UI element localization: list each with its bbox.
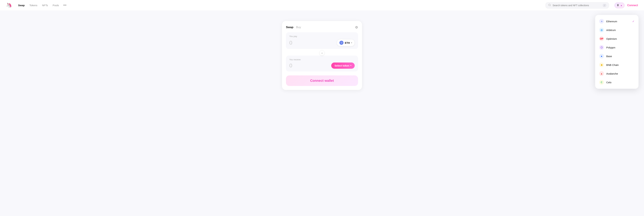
ethereum-name: Ethereum (606, 20, 630, 23)
connect-button[interactable]: Connect (626, 2, 639, 8)
navbar: 🦄 Swap Tokens NFTs Pools ••• / 🎙 ▲ Conne… (0, 0, 644, 11)
swap-arrow-icon: ↓ (321, 51, 323, 54)
network-list: ⟡Ethereum✓◎ArbitrumOPOptimism⬡Polygon●Ba… (596, 17, 637, 87)
network-item-ethereum[interactable]: ⟡Ethereum✓ (596, 17, 637, 26)
ethereum-check-icon: ✓ (632, 20, 634, 23)
you-receive-amount: 0 (289, 62, 292, 69)
arbitrum-icon: ◎ (599, 28, 604, 32)
celo-name: Celo (606, 81, 634, 84)
swap-direction-button[interactable]: ↓ (319, 50, 325, 56)
swap-card: Swap Buy ⚙ You pay 0 ⬡ ETH ▾ ↓ (282, 21, 362, 90)
nav-swap[interactable]: Swap (16, 2, 27, 8)
arbitrum-name: Arbitrum (606, 29, 634, 31)
you-receive-row: 0 Select token ▾ (289, 62, 355, 69)
you-pay-label: You pay (289, 35, 355, 37)
celo-icon: C (599, 80, 604, 85)
you-pay-amount: 0 (289, 40, 292, 46)
select-token-chevron-icon: ▾ (350, 64, 351, 67)
kbd-shortcut: / (603, 4, 606, 7)
you-pay-row: 0 ⬡ ETH ▾ (289, 39, 355, 46)
connect-wallet-button[interactable]: Connect wallet (286, 75, 358, 86)
eth-token-selector[interactable]: ⬡ ETH ▾ (337, 39, 355, 46)
swap-tabs: Swap Buy (286, 25, 301, 30)
network-item-base[interactable]: ●Base (596, 52, 637, 60)
main-content: Swap Buy ⚙ You pay 0 ⬡ ETH ▾ ↓ (0, 11, 644, 97)
logo: 🦄 (5, 2, 12, 9)
select-token-button[interactable]: Select token ▾ (331, 62, 355, 69)
bnb-name: BNB Chain (606, 63, 634, 66)
avalanche-icon: ▲ (599, 71, 604, 76)
settings-button[interactable]: ⚙ (355, 25, 358, 29)
swap-arrow-container: ↓ (286, 50, 358, 56)
avalanche-name: Avalanche (606, 72, 634, 75)
base-icon: ● (599, 54, 604, 58)
ethereum-icon: ⟡ (599, 19, 604, 24)
network-item-polygon[interactable]: ⬡Polygon (596, 43, 637, 52)
chevron-up-icon: ▲ (620, 4, 622, 6)
network-icon: 🎙 (617, 4, 619, 7)
select-token-label: Select token (334, 64, 349, 67)
network-selector-button[interactable]: 🎙 ▲ (614, 2, 624, 8)
nav-links: Swap Tokens NFTs Pools ••• (16, 2, 68, 8)
search-input[interactable] (552, 4, 601, 7)
nav-tokens[interactable]: Tokens (27, 2, 40, 8)
you-pay-panel: You pay 0 ⬡ ETH ▾ (286, 32, 358, 49)
optimism-icon: OP (599, 36, 604, 41)
nav-pools[interactable]: Pools (51, 2, 61, 8)
polygon-name: Polygon (606, 46, 634, 49)
search-bar: / (546, 2, 609, 8)
base-name: Base (606, 55, 634, 58)
eth-icon: ⬡ (340, 41, 344, 45)
search-icon (548, 4, 551, 7)
svg-point-2 (548, 4, 550, 6)
network-item-arbitrum[interactable]: ◎Arbitrum (596, 26, 637, 34)
bnb-icon: ◆ (599, 62, 604, 67)
network-item-bnb[interactable]: ◆BNB Chain (596, 60, 637, 69)
svg-line-3 (550, 5, 550, 6)
nav-more-button[interactable]: ••• (62, 2, 68, 8)
network-dropdown: ⟡Ethereum✓◎ArbitrumOPOptimism⬡Polygon●Ba… (595, 15, 639, 89)
nav-nfts[interactable]: NFTs (40, 2, 50, 8)
eth-token-name: ETH (345, 41, 350, 44)
tab-swap[interactable]: Swap (286, 25, 293, 30)
you-receive-label: You receive (289, 58, 355, 61)
you-receive-panel: You receive 0 Select token ▾ (286, 56, 358, 71)
network-item-celo[interactable]: CCelo (596, 78, 637, 87)
swap-card-header: Swap Buy ⚙ (286, 25, 358, 30)
optimism-name: Optimism (606, 37, 634, 40)
tab-buy[interactable]: Buy (296, 25, 301, 30)
nav-right: 🎙 ▲ Connect (614, 2, 639, 8)
network-item-avalanche[interactable]: ▲Avalanche (596, 69, 637, 78)
eth-chevron-icon: ▾ (351, 42, 352, 44)
network-item-optimism[interactable]: OPOptimism (596, 34, 637, 43)
svg-text:🦄: 🦄 (6, 2, 12, 8)
polygon-icon: ⬡ (599, 45, 604, 50)
